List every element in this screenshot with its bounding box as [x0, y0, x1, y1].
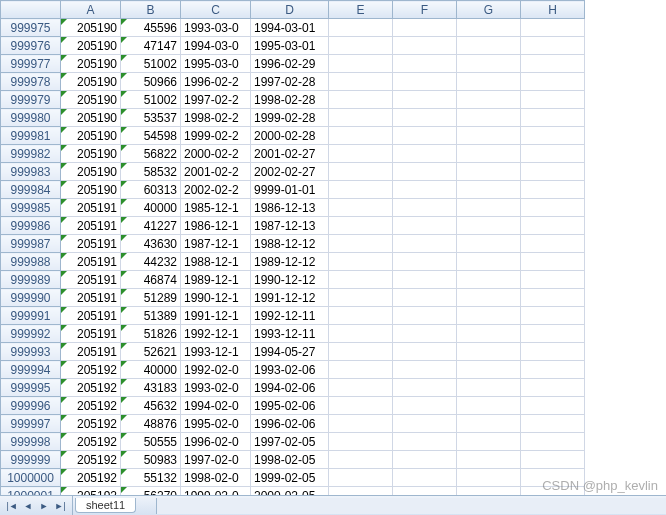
cell[interactable]: 1991-12-12 — [251, 289, 329, 307]
cell[interactable]: 1987-12-13 — [251, 217, 329, 235]
cell[interactable] — [393, 451, 457, 469]
cell[interactable] — [521, 415, 585, 433]
cell[interactable] — [457, 91, 521, 109]
row-header[interactable]: 999989 — [1, 271, 61, 289]
cell[interactable]: 1997-02-28 — [251, 73, 329, 91]
cell[interactable] — [521, 289, 585, 307]
cell[interactable]: 1985-12-1 — [181, 199, 251, 217]
row-header[interactable]: 999978 — [1, 73, 61, 91]
horizontal-scrollbar[interactable] — [156, 498, 666, 514]
cell[interactable] — [393, 361, 457, 379]
cell[interactable] — [393, 19, 457, 37]
cell[interactable] — [393, 55, 457, 73]
cell[interactable]: 205191 — [61, 217, 121, 235]
cell[interactable] — [329, 199, 393, 217]
cell[interactable] — [521, 451, 585, 469]
cell[interactable] — [329, 73, 393, 91]
cell[interactable] — [457, 217, 521, 235]
cell[interactable]: 55132 — [121, 469, 181, 487]
cell[interactable] — [521, 37, 585, 55]
cell[interactable]: 50966 — [121, 73, 181, 91]
cell[interactable]: 205190 — [61, 145, 121, 163]
cell[interactable]: 205191 — [61, 199, 121, 217]
cell[interactable]: 1999-02-28 — [251, 109, 329, 127]
cell[interactable] — [521, 253, 585, 271]
cell[interactable] — [457, 379, 521, 397]
cell[interactable]: 1994-02-0 — [181, 397, 251, 415]
cell[interactable]: 1998-02-05 — [251, 451, 329, 469]
cell[interactable] — [457, 37, 521, 55]
cell[interactable] — [457, 235, 521, 253]
cell[interactable] — [393, 199, 457, 217]
row-header[interactable]: 1000000 — [1, 469, 61, 487]
cell[interactable]: 1986-12-13 — [251, 199, 329, 217]
cell[interactable] — [521, 55, 585, 73]
cell[interactable]: 1997-02-05 — [251, 433, 329, 451]
cell[interactable] — [521, 325, 585, 343]
cell[interactable]: 2002-02-2 — [181, 181, 251, 199]
sheet-tab[interactable]: sheet11 — [75, 498, 136, 513]
cell[interactable] — [393, 397, 457, 415]
cell[interactable]: 205192 — [61, 451, 121, 469]
cell[interactable] — [521, 397, 585, 415]
cell[interactable] — [457, 289, 521, 307]
row-header[interactable]: 999992 — [1, 325, 61, 343]
cell[interactable]: 2001-02-2 — [181, 163, 251, 181]
cell[interactable]: 205190 — [61, 19, 121, 37]
row-header[interactable]: 999993 — [1, 343, 61, 361]
cell[interactable]: 51289 — [121, 289, 181, 307]
cell[interactable] — [521, 163, 585, 181]
cell[interactable]: 60313 — [121, 181, 181, 199]
cell[interactable] — [521, 433, 585, 451]
cell[interactable]: 1994-05-27 — [251, 343, 329, 361]
cell[interactable]: 1998-02-28 — [251, 91, 329, 109]
cell[interactable]: 1995-03-0 — [181, 55, 251, 73]
cell[interactable]: 205192 — [61, 397, 121, 415]
col-header-H[interactable]: H — [521, 1, 585, 19]
cell[interactable] — [521, 19, 585, 37]
cell[interactable]: 47147 — [121, 37, 181, 55]
cell[interactable]: 1986-12-1 — [181, 217, 251, 235]
col-header-G[interactable]: G — [457, 1, 521, 19]
cell[interactable] — [329, 181, 393, 199]
cell[interactable]: 1996-02-06 — [251, 415, 329, 433]
row-header[interactable]: 999986 — [1, 217, 61, 235]
cell[interactable]: 43183 — [121, 379, 181, 397]
cell[interactable]: 1987-12-1 — [181, 235, 251, 253]
cell[interactable] — [393, 127, 457, 145]
cell[interactable]: 45632 — [121, 397, 181, 415]
cell[interactable] — [521, 127, 585, 145]
row-header[interactable]: 999984 — [1, 181, 61, 199]
cell[interactable] — [457, 73, 521, 91]
cell[interactable]: 205191 — [61, 289, 121, 307]
cell[interactable]: 1995-02-0 — [181, 415, 251, 433]
cell[interactable]: 1993-02-06 — [251, 361, 329, 379]
cell[interactable] — [329, 289, 393, 307]
cell[interactable]: 44232 — [121, 253, 181, 271]
cell[interactable]: 1994-03-01 — [251, 19, 329, 37]
cell[interactable]: 205191 — [61, 325, 121, 343]
cell[interactable]: 40000 — [121, 199, 181, 217]
cell[interactable] — [521, 307, 585, 325]
cell[interactable] — [457, 145, 521, 163]
cell[interactable] — [393, 307, 457, 325]
cell[interactable]: 51389 — [121, 307, 181, 325]
cell[interactable] — [457, 415, 521, 433]
cell[interactable]: 1996-02-2 — [181, 73, 251, 91]
cell[interactable] — [457, 109, 521, 127]
row-header[interactable]: 999981 — [1, 127, 61, 145]
cell[interactable] — [329, 307, 393, 325]
cell[interactable] — [393, 91, 457, 109]
cell[interactable] — [521, 109, 585, 127]
cell[interactable] — [457, 307, 521, 325]
cell[interactable] — [329, 325, 393, 343]
cell[interactable] — [329, 109, 393, 127]
row-header[interactable]: 999975 — [1, 19, 61, 37]
row-header[interactable]: 999988 — [1, 253, 61, 271]
cell[interactable] — [329, 271, 393, 289]
cell[interactable] — [457, 397, 521, 415]
cell[interactable]: 205191 — [61, 235, 121, 253]
cell[interactable]: 1990-12-12 — [251, 271, 329, 289]
cell[interactable]: 51826 — [121, 325, 181, 343]
cell[interactable] — [329, 415, 393, 433]
